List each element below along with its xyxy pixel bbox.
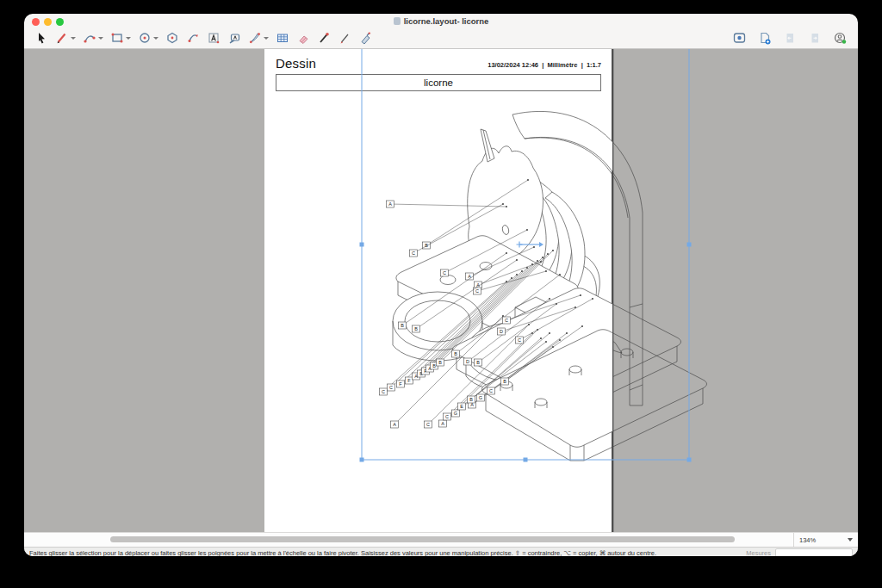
- pen-icon: [338, 31, 351, 45]
- label-tool-button[interactable]: [226, 30, 243, 46]
- app-window: licorne.layout- licorne: [24, 14, 858, 556]
- selection-handle[interactable]: [360, 243, 364, 247]
- polygon-icon: [165, 31, 179, 45]
- svg-text:B: B: [454, 351, 457, 356]
- pencil-icon: [55, 31, 69, 45]
- unicorn-exploded-drawing[interactable]: ABCCAACBBCCFFABFABBBDBACACGEABGCBCDC: [24, 49, 858, 532]
- selection-handle[interactable]: [687, 458, 692, 462]
- svg-text:G: G: [454, 411, 457, 416]
- table-grid-icon: [276, 31, 289, 45]
- add-page-button[interactable]: [756, 30, 773, 46]
- select-tool-button[interactable]: [33, 30, 50, 46]
- select-arrow-icon: [34, 31, 48, 45]
- scrollbar-thumb[interactable]: [110, 536, 735, 542]
- account-button[interactable]: [831, 30, 849, 46]
- svg-text:E: E: [460, 404, 463, 409]
- document-proxy-icon: [394, 17, 401, 25]
- svg-text:A: A: [393, 422, 396, 427]
- svg-text:B: B: [503, 379, 506, 384]
- circle-icon: [138, 31, 152, 45]
- chevron-down-icon[interactable]: [98, 37, 103, 40]
- pen-tool-button[interactable]: [336, 30, 353, 46]
- svg-text:B: B: [432, 363, 436, 368]
- previous-page-button[interactable]: [781, 30, 798, 46]
- svg-text:C: C: [382, 389, 385, 394]
- chevron-down-icon[interactable]: [153, 37, 158, 40]
- canvas[interactable]: Dessin 13/02/2024 12:46 | Millimètre | 1…: [24, 49, 858, 532]
- presentation-button[interactable]: [730, 30, 748, 46]
- polygon-tool-button[interactable]: [164, 30, 181, 46]
- svg-text:B: B: [469, 397, 473, 402]
- offset-tool-button[interactable]: [184, 30, 202, 46]
- offset-arrow-icon: [186, 31, 200, 45]
- svg-text:C: C: [412, 251, 415, 256]
- model-on-page: [393, 111, 707, 461]
- eraser-tool-button[interactable]: [295, 30, 312, 46]
- svg-text:G: G: [479, 395, 482, 400]
- svg-text:C: C: [389, 385, 393, 390]
- svg-text:C: C: [489, 388, 493, 393]
- svg-text:A: A: [468, 274, 471, 279]
- svg-text:B: B: [438, 360, 442, 365]
- selection-handle[interactable]: [524, 458, 528, 462]
- zoom-level: 134%: [799, 536, 835, 544]
- svg-text:B: B: [476, 360, 480, 365]
- presentation-icon: [732, 31, 747, 45]
- chevron-down-icon[interactable]: [71, 37, 76, 40]
- zoom-control[interactable]: 134%: [793, 533, 858, 547]
- svg-text:A: A: [388, 201, 392, 207]
- horizontal-scrollbar[interactable]: 134%: [24, 532, 858, 547]
- svg-text:C: C: [475, 288, 479, 294]
- circle-tool-button[interactable]: [136, 30, 160, 46]
- svg-text:A: A: [441, 421, 444, 426]
- status-bar: Faites glisser la sélection pour la dépl…: [24, 547, 858, 556]
- eyedropper-icon: [317, 31, 331, 45]
- svg-text:A: A: [476, 282, 480, 288]
- arc-tool-button[interactable]: [81, 30, 105, 46]
- eraser-icon: [296, 31, 310, 45]
- svg-text:C: C: [443, 270, 446, 275]
- svg-text:C: C: [426, 422, 430, 427]
- svg-text:D: D: [500, 329, 503, 334]
- text-icon: [207, 31, 220, 45]
- previous-page-icon: [783, 31, 797, 45]
- status-hint: Faites glisser la sélection pour la dépl…: [29, 549, 746, 556]
- svg-text:D: D: [466, 359, 469, 364]
- add-page-icon: [758, 31, 772, 45]
- svg-text:C: C: [445, 414, 449, 419]
- window-title-text: licorne.layout- licorne: [404, 16, 489, 26]
- window-title: licorne.layout- licorne: [24, 16, 858, 26]
- selection-handle[interactable]: [687, 243, 692, 247]
- style-tool-button[interactable]: [315, 30, 332, 46]
- arc-icon: [83, 31, 96, 45]
- chevron-down-icon[interactable]: [126, 37, 131, 40]
- svg-text:B: B: [401, 323, 404, 328]
- line-tool-button[interactable]: [53, 30, 78, 46]
- toolbar: [24, 28, 858, 49]
- pattern-fill-icon: [358, 31, 372, 45]
- split-tool-button[interactable]: [246, 30, 270, 46]
- title-bar[interactable]: licorne.layout- licorne: [24, 14, 858, 28]
- svg-text:C: C: [518, 337, 521, 343]
- chevron-down-icon: [848, 538, 853, 542]
- label-callout-icon: [227, 31, 241, 45]
- next-page-button[interactable]: [806, 30, 823, 46]
- table-tool-button[interactable]: [274, 30, 291, 46]
- split-knife-icon: [248, 31, 262, 45]
- rectangle-icon: [110, 31, 124, 45]
- measures-label: Mesures: [746, 549, 771, 556]
- svg-text:C: C: [505, 318, 508, 323]
- svg-text:B: B: [414, 326, 418, 331]
- text-tool-button[interactable]: [205, 30, 222, 46]
- next-page-icon: [808, 31, 822, 45]
- chevron-down-icon[interactable]: [264, 37, 269, 40]
- pattern-tool-button[interactable]: [357, 30, 374, 46]
- measures-input[interactable]: [775, 548, 853, 556]
- selection-handle[interactable]: [360, 458, 364, 462]
- rectangle-tool-button[interactable]: [109, 30, 133, 46]
- account-icon: [833, 31, 848, 45]
